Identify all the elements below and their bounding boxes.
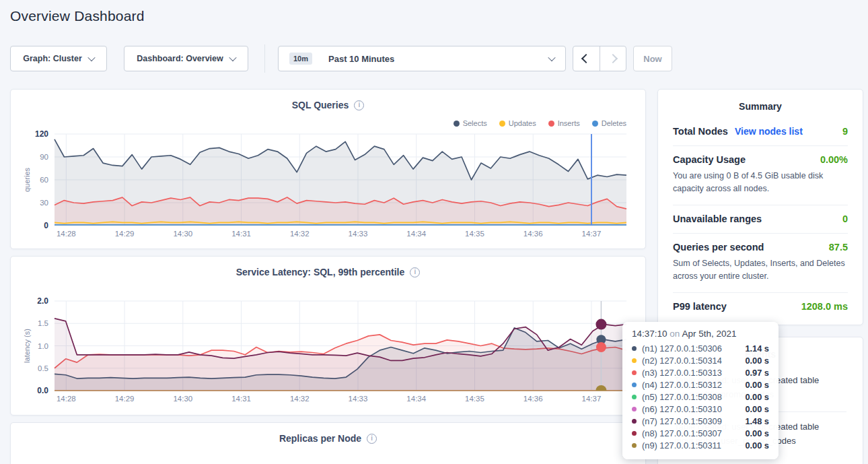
- node-latency-value: 0.97 s: [745, 368, 769, 378]
- chart-header: Replicas per Node i: [11, 433, 645, 444]
- toolbar-divider: [264, 44, 265, 73]
- summary-row-label: Queries per second: [673, 242, 764, 253]
- graph-scope-label: Graph: Cluster: [23, 54, 82, 63]
- tooltip-node-row: (n1) 127.0.0.1:50306 1.14 s: [632, 342, 769, 354]
- summary-row-value: 1208.0 ms: [801, 301, 848, 312]
- svg-text:14:30: 14:30: [173, 395, 192, 403]
- node-address: (n1) 127.0.0.1:50306: [642, 343, 739, 354]
- svg-text:14:28: 14:28: [57, 395, 76, 403]
- summary-row-description: Sum of Selects, Updates, Inserts, and De…: [673, 257, 848, 284]
- tooltip-node-row: (n3) 127.0.0.1:50313 0.97 s: [632, 366, 769, 378]
- svg-text:14:29: 14:29: [115, 230, 135, 238]
- tooltip-timestamp: 14:37:10 on Apr 5th, 2021: [632, 329, 769, 339]
- summary-row-label: Total Nodes: [673, 126, 728, 137]
- sql-queries-chart[interactable]: 14:2814:2914:3014:3114:3214:3314:3414:35…: [11, 90, 647, 248]
- graph-scope-dropdown[interactable]: Graph: Cluster: [10, 46, 107, 71]
- time-range-dropdown[interactable]: 10m Past 10 Minutes: [278, 46, 566, 71]
- node-color-dot: [632, 358, 637, 363]
- svg-text:14:31: 14:31: [231, 395, 251, 403]
- step-back-button[interactable]: [573, 46, 600, 71]
- tooltip-conjunction: on: [670, 329, 680, 339]
- svg-text:14:31: 14:31: [231, 230, 251, 238]
- summary-title: Summary: [673, 90, 848, 118]
- node-address: (n2) 127.0.0.1:50314: [642, 356, 739, 366]
- node-address: (n5) 127.0.0.1:50308: [642, 392, 739, 402]
- overview-dashboard-page: Overview Dashboard Graph: Cluster Dashbo…: [0, 0, 868, 464]
- node-latency-value: 1.14 s: [745, 343, 769, 354]
- node-color-dot: [632, 431, 637, 436]
- tooltip-node-row: (n2) 127.0.0.1:50314 0.00 s: [632, 354, 769, 366]
- summary-row-description: You are using 0 B of 4.5 GiB usable disk…: [673, 170, 848, 196]
- tooltip-node-row: (n5) 127.0.0.1:50308 0.00 s: [632, 391, 769, 403]
- time-step-buttons: [573, 46, 626, 71]
- svg-text:14:30: 14:30: [173, 230, 192, 238]
- node-color-dot: [632, 443, 637, 448]
- summary-row-value: 87.5: [829, 242, 848, 253]
- chevron-right-icon: [608, 54, 618, 63]
- now-button[interactable]: Now: [633, 46, 672, 71]
- svg-text:14:29: 14:29: [115, 395, 135, 403]
- replicas-chart-card: Replicas per Node i: [10, 422, 646, 464]
- summary-row-label: P99 latency: [673, 301, 727, 312]
- node-address: (n9) 127.0.0.1:50311: [642, 440, 739, 451]
- summary-row-value: 0.00%: [820, 154, 848, 165]
- node-latency-value: 0.00 s: [745, 356, 769, 366]
- svg-text:2.0: 2.0: [37, 296, 48, 306]
- view-nodes-list-link[interactable]: View nodes list: [735, 126, 803, 137]
- svg-text:120: 120: [35, 129, 48, 139]
- svg-text:60: 60: [40, 176, 48, 184]
- svg-text:14:36: 14:36: [523, 395, 543, 403]
- tooltip-node-list: (n1) 127.0.0.1:50306 1.14 s (n2) 127.0.0…: [632, 342, 769, 451]
- tooltip-node-row: (n9) 127.0.0.1:50311 0.00 s: [632, 439, 769, 451]
- svg-text:90: 90: [40, 153, 48, 161]
- node-address: (n7) 127.0.0.1:50309: [642, 416, 739, 426]
- node-latency-value: 1.48 s: [745, 416, 769, 426]
- svg-text:14:28: 14:28: [57, 230, 76, 238]
- chevron-down-icon: [548, 54, 555, 61]
- time-range-badge: 10m: [289, 53, 312, 65]
- summary-row-label: Unavailable ranges: [673, 213, 762, 224]
- dashboard-dropdown[interactable]: Dashboard: Overview: [124, 46, 248, 71]
- dashboard-label: Dashboard: Overview: [137, 54, 223, 63]
- summary-row-label: Capacity Usage: [673, 154, 746, 165]
- summary-row-unavailable-ranges: Unavailable ranges 0: [673, 205, 848, 233]
- tooltip-node-row: (n8) 127.0.0.1:50307 0.00 s: [632, 427, 769, 439]
- svg-text:0.0: 0.0: [37, 386, 48, 395]
- svg-text:14:34: 14:34: [406, 395, 426, 403]
- summary-row-p99-latency: P99 latency 1208.0 ms: [673, 292, 848, 321]
- svg-text:14:32: 14:32: [290, 395, 310, 403]
- node-address: (n3) 127.0.0.1:50313: [642, 368, 739, 378]
- chart-hover-tooltip: 14:37:10 on Apr 5th, 2021 (n1) 127.0.0.1…: [622, 322, 779, 459]
- info-icon[interactable]: i: [367, 434, 377, 444]
- node-latency-value: 0.00 s: [745, 440, 769, 451]
- svg-text:14:37: 14:37: [582, 230, 602, 238]
- node-color-dot: [632, 419, 637, 424]
- page-title: Overview Dashboard: [10, 8, 145, 24]
- node-address: (n4) 127.0.0.1:50312: [642, 380, 739, 390]
- svg-text:0.5: 0.5: [38, 364, 48, 372]
- chevron-left-icon: [581, 54, 591, 63]
- chevron-down-icon: [229, 54, 236, 61]
- svg-text:14:35: 14:35: [465, 395, 484, 403]
- node-address: (n6) 127.0.0.1:50310: [642, 404, 739, 414]
- tooltip-time: 14:37:10: [632, 329, 667, 339]
- summary-panel: Summary Total Nodes View nodes list 9 Ca…: [657, 89, 863, 325]
- node-color-dot: [632, 395, 637, 399]
- summary-row-value: 0: [842, 213, 848, 224]
- node-color-dot: [632, 370, 637, 375]
- latency-chart[interactable]: 14:2814:2914:3014:3114:3214:3314:3414:35…: [11, 257, 647, 415]
- node-latency-value: 0.00 s: [745, 392, 769, 402]
- svg-text:30: 30: [40, 199, 48, 207]
- node-color-dot: [632, 383, 637, 387]
- node-color-dot: [632, 346, 637, 351]
- node-latency-value: 0.00 s: [745, 428, 769, 438]
- svg-text:14:32: 14:32: [290, 230, 310, 238]
- svg-text:1.5: 1.5: [38, 319, 48, 327]
- node-latency-value: 0.00 s: [745, 404, 769, 414]
- node-color-dot: [632, 407, 637, 411]
- svg-text:latency (s): latency (s): [23, 329, 31, 363]
- service-latency-chart-card: Service Latency: SQL, 99th percentile i …: [10, 256, 646, 416]
- summary-row-total-nodes: Total Nodes View nodes list 9: [673, 118, 848, 145]
- step-forward-button[interactable]: [600, 46, 626, 71]
- summary-row-capacity-usage: Capacity Usage 0.00% You are using 0 B o…: [673, 145, 848, 205]
